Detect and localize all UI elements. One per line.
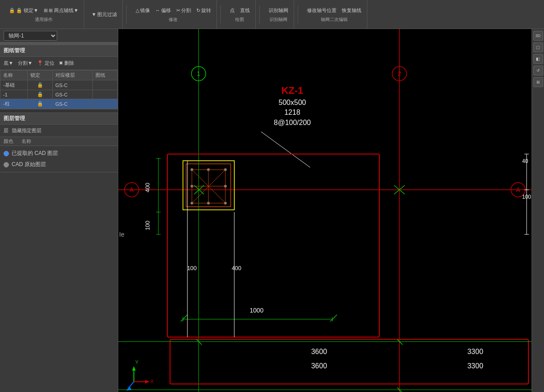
drawing-table-row[interactable]: -柱 🔒 GS-C — [0, 99, 118, 109]
divider-2 — [220, 5, 221, 23]
svg-text:8@100/200: 8@100/200 — [274, 119, 311, 126]
toolbar-group-axis-edit: 修改轴号位置 恢复轴线 轴网二次编辑 — [302, 0, 367, 29]
cell-locked: 🔒 — [28, 99, 53, 109]
col-drawing: 图纸 — [93, 71, 118, 80]
svg-text:3300: 3300 — [467, 348, 483, 355]
svg-text:100: 100 — [187, 265, 197, 271]
cad-svg: 1 2 A A KZ-1 500x500 1218 8@100/200 — [118, 29, 532, 392]
right-panel: 3D ▢ ◧ ↺ ⊞ — [532, 29, 544, 392]
svg-text:3300: 3300 — [467, 362, 483, 370]
toolbar-row-1: 🔒 锁定▼ ⊞ ⊞ 两点辅线▼ — [7, 6, 80, 15]
cell-floor: GS-C — [52, 80, 92, 90]
modify-axis-number-button[interactable]: 修改轴号位置 — [305, 6, 338, 15]
svg-text:40: 40 — [522, 158, 528, 164]
left-panel: 轴网-1 · · · 图纸管理 底▼ 分割▼ 📍 定位 ✖ 删除 名称 锁定 对… — [0, 29, 118, 392]
svg-text:100: 100 — [144, 221, 151, 230]
toolbar-group-modify: △ 镜像 ↔ 偏移 ✂ 分割 ↻ 旋转 修改 — [130, 0, 217, 29]
main-canvas[interactable]: 1 2 A A KZ-1 500x500 1218 8@100/200 — [118, 29, 532, 392]
cell-drawing — [93, 99, 118, 109]
modify-row: △ 镜像 ↔ 偏移 ✂ 分割 ↻ 旋转 — [134, 6, 213, 15]
drawing-scrollbar[interactable] — [0, 109, 118, 113]
view-iso-button[interactable]: ◧ — [533, 54, 543, 64]
drawing-table-row[interactable]: -基础 🔒 GS-C — [0, 80, 118, 90]
divider-1 — [126, 5, 127, 23]
cell-drawing — [93, 90, 118, 99]
divider-4 — [298, 5, 298, 23]
axis-selector: 轴网-1 — [0, 29, 118, 42]
svg-text:500x500: 500x500 — [278, 99, 306, 106]
svg-text:1218: 1218 — [284, 108, 300, 116]
lock-button[interactable]: 🔒 锁定▼ — [7, 6, 40, 15]
layer-item[interactable]: CAD 原始图层 — [0, 159, 118, 170]
layer-management-header: 图层管理 — [0, 113, 118, 125]
svg-rect-0 — [118, 29, 532, 392]
toolbar-group-axis-edit-label: 轴网二次编辑 — [321, 17, 348, 23]
two-point-button[interactable]: ⊞ ⊞ 两点辅线▼ — [42, 6, 80, 15]
filter-button[interactable]: ▼ 图元过滤 — [90, 10, 119, 19]
layer-toolbar: 层 隐藏指定图层 — [0, 125, 118, 137]
rotate-view-button[interactable]: ↺ — [533, 66, 543, 75]
layer-color — [4, 162, 9, 167]
layer-item[interactable]: 已提取的 CAD 图层 — [0, 148, 118, 159]
layer-name: CAD 原始图层 — [12, 161, 46, 168]
grid-view-button[interactable]: ⊞ — [533, 77, 543, 87]
cell-floor: GS-C — [52, 90, 92, 99]
axis-edit-row: 修改轴号位置 恢复轴线 — [305, 6, 363, 15]
svg-text:2: 2 — [398, 70, 401, 77]
restore-axis-button[interactable]: 恢复轴线 — [340, 6, 363, 15]
svg-text:400: 400 — [144, 183, 151, 192]
toolbar-group-draw-label: 绘图 — [235, 17, 244, 23]
point-button[interactable]: 点 — [228, 6, 237, 15]
main-toolbar: 🔒 锁定▼ ⊞ ⊞ 两点辅线▼ 通用操作 ▼ 图元过滤 △ 镜像 ↔ 偏移 ✂ … — [0, 0, 544, 29]
svg-text:3600: 3600 — [311, 362, 327, 370]
identify-axis-button[interactable]: 识别轴网 — [267, 6, 290, 15]
svg-text:400: 400 — [232, 265, 241, 271]
axis-select[interactable]: 轴网-1 — [4, 31, 57, 41]
svg-text:A: A — [129, 186, 134, 193]
svg-text:1: 1 — [197, 70, 200, 77]
layer-management-section: 图层管理 层 隐藏指定图层 颜色 名称 已提取的 CAD 图层 CAD 原始图层 — [0, 113, 118, 172]
svg-text:Ie: Ie — [119, 231, 125, 238]
svg-text:1000: 1000 — [249, 307, 263, 314]
line-button[interactable]: 直线 — [238, 6, 252, 15]
col-floor: 对应楼层 — [52, 71, 92, 80]
drawing-management-section: 图纸管理 底▼ 分割▼ 📍 定位 ✖ 删除 名称 锁定 对应楼层 图纸 -基础 … — [0, 45, 118, 113]
rotate-button[interactable]: ↻ 旋转 — [195, 6, 213, 15]
drawing-split-button[interactable]: 分割▼ — [16, 59, 34, 67]
drawing-base-button[interactable]: 底▼ — [2, 59, 15, 67]
svg-text:KZ-1: KZ-1 — [282, 85, 303, 96]
col-name: 名称 — [0, 71, 28, 80]
hide-layer-button[interactable]: 隐藏指定图层 — [10, 126, 43, 135]
mirror-button[interactable]: △ 镜像 — [134, 6, 152, 15]
3d-button[interactable]: 3D — [533, 31, 543, 41]
layer-column-headers: 颜色 名称 — [0, 137, 118, 146]
toolbar-group-axis-label: 识别轴网 — [270, 17, 287, 23]
layer-color — [4, 151, 9, 156]
split-button[interactable]: ✂ 分割 — [174, 6, 193, 15]
drawing-management-toolbar: 底▼ 分割▼ 📍 定位 ✖ 删除 — [0, 57, 118, 70]
drawing-locate-button[interactable]: 📍 定位 — [35, 59, 56, 67]
drawing-table: 名称 锁定 对应楼层 图纸 -基础 🔒 GS-C -1 🔒 GS-C -柱 🔒 … — [0, 70, 118, 109]
cell-drawing — [93, 80, 118, 90]
cell-locked: 🔒 — [28, 90, 53, 99]
toolbar-group-draw: 点 直线 绘图 — [224, 0, 256, 29]
layer-list: 已提取的 CAD 图层 CAD 原始图层 — [0, 146, 118, 172]
toolbar-group-general-label: 通用操作 — [35, 17, 53, 23]
cell-name: -柱 — [0, 99, 28, 109]
cell-name: -1 — [0, 90, 28, 99]
drawing-management-header: 图纸管理 — [0, 45, 118, 57]
view-front-button[interactable]: ▢ — [533, 42, 543, 52]
svg-text:X: X — [150, 379, 154, 384]
svg-text:3600: 3600 — [311, 348, 327, 355]
toolbar-group-axis: 识别轴网 识别轴网 — [263, 0, 294, 29]
layer-col-name: 名称 — [21, 138, 31, 145]
divider-3 — [259, 5, 260, 23]
toolbar-group-modify-label: 修改 — [169, 17, 178, 23]
offset-button[interactable]: ↔ 偏移 — [154, 6, 173, 15]
layer-name: 已提取的 CAD 图层 — [12, 150, 58, 157]
col-locked: 锁定 — [28, 71, 53, 80]
drawing-delete-button[interactable]: ✖ 删除 — [57, 59, 76, 67]
cell-name: -基础 — [0, 80, 28, 90]
drawing-table-row[interactable]: -1 🔒 GS-C — [0, 90, 118, 99]
cell-floor: GS-C — [52, 99, 92, 109]
